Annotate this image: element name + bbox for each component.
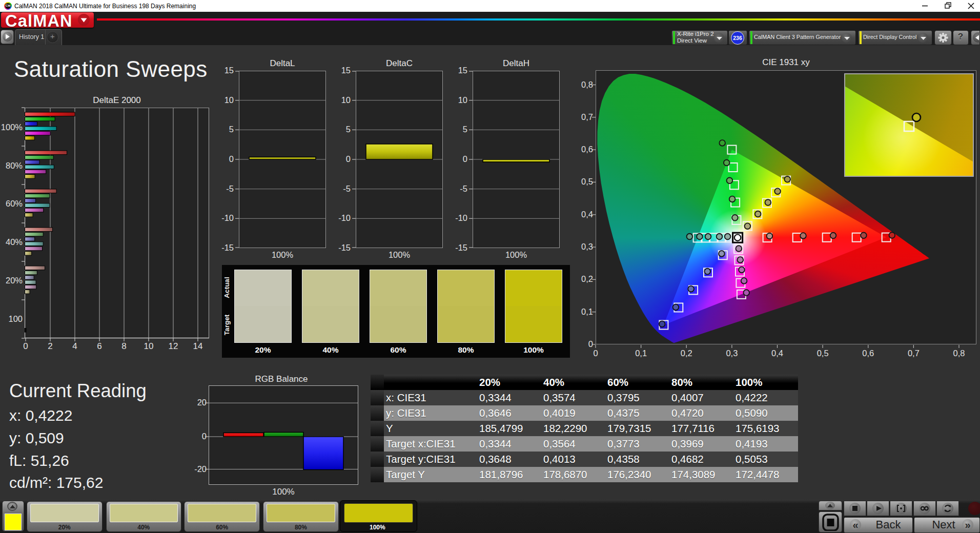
svg-text:Target: Target	[223, 314, 231, 335]
svg-text:Actual: Actual	[223, 277, 231, 298]
